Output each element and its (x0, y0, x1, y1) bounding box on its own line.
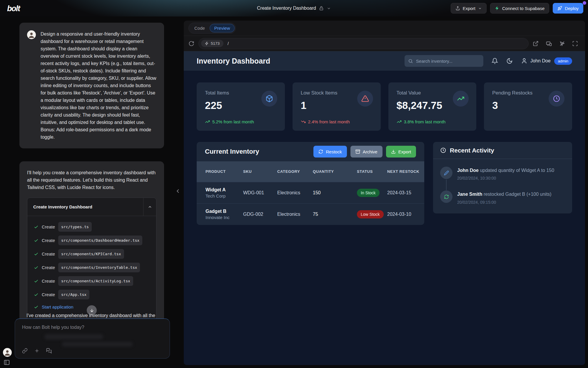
clock-icon (440, 147, 446, 153)
enhance-sparkles-icon[interactable] (34, 348, 40, 354)
step-file[interactable]: src/components/ActivityLog.tsx (58, 276, 133, 286)
activity-title: Recent Activity (450, 147, 494, 154)
artifact-step: Create src/components/InventoryTable.tsx (34, 263, 150, 272)
zap-icon (205, 42, 209, 45)
fullscreen-icon[interactable] (572, 41, 578, 47)
inventory-table-card: Current Inventory Restock Archive Export (197, 142, 424, 225)
check-icon (34, 279, 39, 284)
download-icon (391, 149, 396, 154)
search-input[interactable] (416, 59, 480, 64)
responsive-devices-icon[interactable] (546, 41, 552, 47)
user-message: Design a responsive and user-friendly in… (19, 23, 164, 148)
col-status: Status (357, 169, 387, 175)
activity-item: John Doe updated quantity of Widget A to… (440, 167, 565, 180)
browser-url-bar: 5173 / (184, 36, 585, 51)
port-number: 5173 (211, 41, 220, 46)
trend-up-icon (397, 119, 402, 124)
connect-supabase-label: Connect to Supabase (502, 6, 544, 11)
start-application-link[interactable]: Start application (42, 303, 74, 311)
activity-action: updated quantity of Widget A to 150 (480, 168, 554, 173)
step-file[interactable]: src/types.ts (58, 222, 92, 232)
assistant-followup-text: I've created a comprehensive inventory d… (26, 313, 162, 318)
tab-preview[interactable]: Preview (210, 24, 235, 32)
code-preview-toggle: Code Preview (188, 23, 236, 34)
step-action: Create (42, 264, 55, 271)
kpi-change: 5.2% from last month (205, 119, 254, 124)
table-row: Widget A Tech Corp WDG-001 Electronics 1… (197, 182, 424, 203)
search-icon (408, 59, 413, 64)
inventory-title: Current Inventory (205, 148, 310, 155)
kpi-total-value: Total Value $8,247.75 3.8% from last mon… (388, 82, 477, 131)
artifact-step: Create src/components/DashboardHeader.ts… (34, 236, 150, 245)
step-action: Create (42, 291, 55, 298)
step-action: Create (42, 237, 55, 244)
chat-mode-icon[interactable] (46, 348, 52, 354)
quantity-cell[interactable]: 75 (313, 212, 357, 217)
blurred-suggestion (62, 342, 133, 347)
preview-panel: Code Preview 5173 / Inventory (184, 21, 585, 365)
collapse-chat-handle[interactable] (175, 188, 181, 194)
chat-input-box[interactable] (15, 319, 170, 359)
editor-tabs-row: Code Preview (184, 21, 585, 36)
check-icon (34, 238, 39, 243)
dashboard-title: Inventory Dashboard (197, 57, 405, 65)
dark-mode-toggle-icon[interactable] (506, 58, 513, 64)
activity-item: Jane Smith restocked Gadget B (+100 unit… (440, 190, 565, 204)
col-product: Product (206, 169, 243, 175)
inventory-search[interactable] (405, 55, 483, 67)
check-icon (34, 292, 39, 297)
kpi-low-stock: Low Stock Items 1 2.4% from last month (293, 82, 381, 131)
chevron-down-icon[interactable] (327, 6, 331, 11)
table-header-row: Product SKU Category Quantity Status Nex… (197, 161, 424, 182)
reload-icon[interactable] (188, 41, 194, 47)
status-badge: In Stock (357, 189, 380, 197)
account-avatar[interactable] (3, 348, 12, 357)
clock-icon (549, 91, 564, 107)
step-file[interactable]: src/components/InventoryTable.tsx (58, 263, 140, 272)
url-input[interactable]: 5173 / (198, 38, 529, 49)
connect-supabase-button[interactable]: Connect to Supabase (490, 3, 549, 14)
step-file[interactable]: src/components/DashboardHeader.tsx (58, 236, 142, 245)
collapse-artifact-button[interactable] (143, 198, 156, 216)
artifact-step: Create src/components/ActivityLog.tsx (34, 276, 150, 286)
restock-button[interactable]: Restock (313, 146, 347, 158)
check-icon (34, 265, 39, 270)
trending-up-icon (453, 91, 469, 107)
deploy-label: Deploy (565, 6, 579, 11)
deploy-button[interactable]: Deploy (553, 3, 583, 14)
notifications-bell-icon[interactable] (492, 58, 498, 64)
quantity-cell[interactable]: 150 (313, 190, 357, 195)
step-file[interactable]: src/App.tsx (58, 290, 89, 299)
archive-icon (355, 149, 360, 154)
disable-interaction-icon[interactable] (559, 41, 565, 47)
export-csv-button[interactable]: Export (386, 146, 416, 158)
lock-icon (319, 6, 324, 11)
edit-activity-icon (440, 167, 452, 179)
open-external-icon[interactable] (533, 41, 539, 47)
product-name: Gadget B (206, 209, 243, 214)
activity-time: 20/02/2024, 10:30:00 (457, 176, 554, 180)
dashboard-header: Inventory Dashboard John Doe admin (184, 51, 585, 71)
rocket-icon (557, 6, 562, 11)
port-badge[interactable]: 5173 (201, 40, 223, 47)
user-icon[interactable] (521, 58, 527, 64)
product-name: Widget A (206, 187, 243, 193)
step-action: Create (42, 277, 55, 285)
restock-date-cell: 2024-03-15 (387, 190, 424, 195)
category-cell: Electronics (277, 190, 313, 195)
tab-code[interactable]: Code (190, 24, 210, 32)
step-file[interactable]: src/components/KPICard.tsx (58, 249, 124, 259)
sidebar-toggle-icon[interactable] (4, 359, 10, 366)
restock-date-cell: 2024-03-10 (387, 212, 424, 217)
activity-action: restocked Gadget B (+100 units) (484, 192, 552, 197)
product-supplier: Tech Corp (206, 193, 243, 198)
notification-dot (583, 1, 586, 5)
activity-user: John Doe (457, 168, 479, 173)
export-label: Export (463, 6, 475, 11)
attach-link-icon[interactable] (22, 348, 28, 354)
col-sku: SKU (243, 169, 277, 175)
package-icon (261, 91, 277, 107)
export-button[interactable]: Export (451, 3, 487, 14)
archive-button[interactable]: Archive (350, 146, 382, 158)
app-viewport: Inventory Dashboard John Doe admin Total… (184, 51, 585, 365)
